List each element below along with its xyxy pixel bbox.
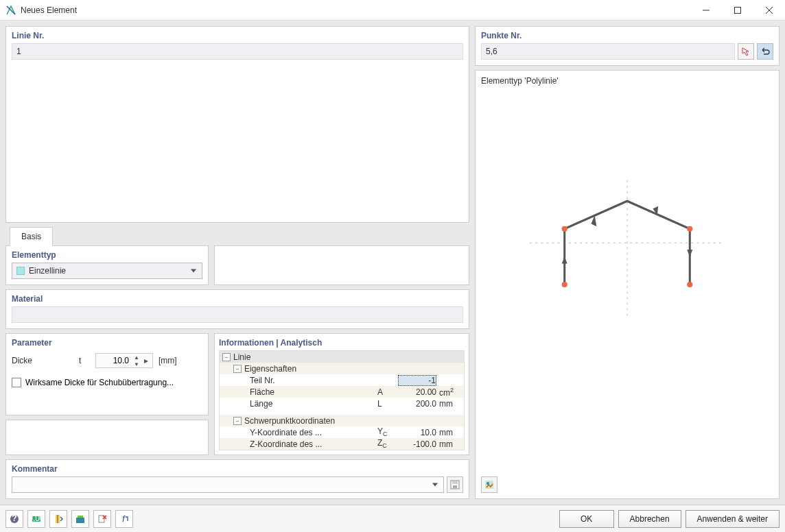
material-panel: Material bbox=[5, 289, 469, 329]
svg-text:?: ? bbox=[12, 514, 16, 523]
wirksame-label: Wirksame Dicke für Schubübertragung... bbox=[25, 378, 174, 387]
linie-nr-value: 1 bbox=[12, 43, 463, 60]
material-label: Material bbox=[12, 294, 463, 304]
elementtyp-label: Elementtyp bbox=[12, 250, 202, 260]
punkte-pick-button[interactable] bbox=[738, 43, 754, 60]
tree-teilnr: Teil Nr.-1 bbox=[220, 374, 464, 386]
svg-marker-9 bbox=[562, 256, 567, 263]
twisty-icon[interactable]: − bbox=[233, 417, 242, 425]
twisty-icon[interactable]: − bbox=[222, 353, 231, 361]
tree-yc: Y-Koordinate des ...YC10.0mm bbox=[220, 426, 464, 438]
titlebar: Neues Element bbox=[0, 0, 785, 21]
tool4-button[interactable] bbox=[71, 510, 89, 528]
dicke-down[interactable]: ▼ bbox=[132, 361, 141, 367]
window-title: Neues Element bbox=[21, 5, 690, 15]
elementtyp-extra-panel bbox=[214, 245, 469, 285]
units-button[interactable]: 0,00 bbox=[27, 510, 45, 528]
elementtyp-value: Einzellinie bbox=[29, 266, 66, 276]
cancel-button[interactable]: Abbrechen bbox=[618, 510, 681, 528]
tree-flaeche: FlächeA20.00cm2 bbox=[220, 386, 464, 398]
svg-rect-26 bbox=[78, 516, 83, 518]
dicke-unit: [mm] bbox=[159, 356, 177, 365]
linie-nr-label: Linie Nr. bbox=[12, 31, 463, 40]
punkte-reverse-button[interactable] bbox=[757, 43, 773, 60]
preview-svg bbox=[481, 90, 773, 466]
svg-point-15 bbox=[687, 226, 692, 232]
info-tree: −Linie −Eigenschaften Teil Nr.-1 FlächeA… bbox=[219, 350, 465, 450]
ok-button[interactable]: OK bbox=[559, 510, 614, 528]
punkte-nr-value[interactable]: 5,6 bbox=[481, 43, 735, 60]
tree-zc: Z-Koordinate des ...ZC-100.0mm bbox=[220, 438, 464, 450]
svg-point-14 bbox=[562, 226, 567, 232]
preview-panel: Elementtyp 'Polylinie' bbox=[475, 70, 780, 499]
tree-eigenschaften[interactable]: −Eigenschaften bbox=[220, 363, 464, 374]
elementtyp-swatch bbox=[16, 267, 25, 275]
svg-point-13 bbox=[562, 282, 567, 287]
kommentar-label: Kommentar bbox=[12, 464, 463, 474]
kommentar-select[interactable] bbox=[12, 476, 444, 493]
svg-rect-1 bbox=[735, 7, 741, 13]
maximize-button[interactable] bbox=[722, 0, 753, 21]
minimize-button[interactable] bbox=[690, 0, 722, 21]
punkte-nr-label: Punkte Nr. bbox=[481, 31, 773, 40]
tree-laenge: LängeL200.0mm bbox=[220, 398, 464, 409]
twisty-icon[interactable]: − bbox=[233, 365, 242, 373]
tree-linie[interactable]: −Linie bbox=[220, 351, 464, 363]
preview-label: Elementtyp 'Polylinie' bbox=[481, 76, 773, 86]
elementtyp-select[interactable]: Einzellinie bbox=[12, 263, 202, 279]
dicke-symbol: t bbox=[79, 356, 90, 365]
close-button[interactable] bbox=[753, 0, 785, 21]
app-icon bbox=[5, 5, 16, 16]
tabbar: Basis bbox=[5, 227, 469, 246]
parameter-empty-panel bbox=[5, 420, 209, 455]
informationen-panel: Informationen | Analytisch −Linie −Eigen… bbox=[214, 333, 469, 455]
elementtyp-panel: Elementtyp Einzellinie bbox=[5, 245, 209, 285]
preview-options-button[interactable] bbox=[481, 476, 497, 493]
parameter-panel: Parameter Dicke t ▲▼ ▸ [mm] bbox=[5, 333, 209, 415]
kommentar-panel: Kommentar bbox=[5, 459, 469, 499]
preview-canvas bbox=[481, 90, 773, 476]
informationen-header: Informationen | Analytisch bbox=[219, 338, 465, 348]
punkte-nr-panel: Punkte Nr. 5,6 bbox=[475, 26, 780, 66]
dicke-up[interactable]: ▲ bbox=[132, 354, 141, 361]
svg-point-16 bbox=[687, 282, 692, 287]
tree-schwerpunkt[interactable]: −Schwerpunktkoordinaten bbox=[220, 415, 464, 426]
kommentar-save-button[interactable] bbox=[447, 476, 463, 493]
tool6-button[interactable]: f bbox=[115, 510, 133, 528]
svg-marker-12 bbox=[687, 250, 692, 256]
svg-rect-5 bbox=[452, 481, 458, 484]
linie-nr-panel: Linie Nr. 1 bbox=[5, 26, 469, 223]
dicke-input[interactable] bbox=[96, 356, 132, 365]
wirksame-checkbox[interactable] bbox=[12, 378, 21, 387]
tool3-button[interactable] bbox=[49, 510, 67, 528]
svg-rect-6 bbox=[453, 485, 457, 488]
footer: ? 0,00 f OK Abbrechen Anwenden & weiter bbox=[0, 505, 785, 532]
tool5-button[interactable] bbox=[93, 510, 111, 528]
apply-next-button[interactable]: Anwenden & weiter bbox=[686, 510, 780, 528]
help-button[interactable]: ? bbox=[5, 510, 23, 528]
svg-rect-25 bbox=[76, 518, 84, 523]
dicke-label: Dicke bbox=[12, 356, 73, 365]
dicke-spinner[interactable]: ▲▼ ▸ bbox=[95, 353, 153, 368]
material-value bbox=[12, 306, 463, 323]
parameter-label: Parameter bbox=[12, 338, 202, 348]
dicke-slider-icon[interactable]: ▸ bbox=[141, 356, 151, 365]
svg-text:f: f bbox=[122, 514, 126, 524]
tab-basis[interactable]: Basis bbox=[10, 227, 53, 246]
svg-text:0,00: 0,00 bbox=[32, 514, 41, 523]
